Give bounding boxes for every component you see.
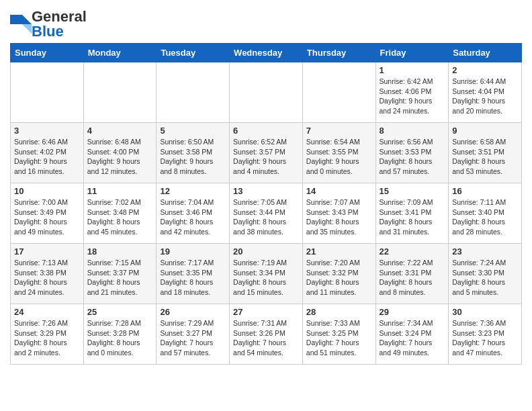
- calendar-cell: 19Sunrise: 7:17 AM Sunset: 3:35 PM Dayli…: [157, 244, 230, 304]
- day-number: 15: [380, 186, 445, 196]
- calendar-cell: 3Sunrise: 6:46 AM Sunset: 4:02 PM Daylig…: [11, 123, 84, 183]
- calendar-cell: 24Sunrise: 7:26 AM Sunset: 3:29 PM Dayli…: [11, 304, 84, 365]
- calendar-cell: 30Sunrise: 7:36 AM Sunset: 3:23 PM Dayli…: [449, 304, 522, 365]
- day-info: Sunrise: 7:04 AM Sunset: 3:46 PM Dayligh…: [160, 197, 226, 237]
- calendar-cell: 27Sunrise: 7:31 AM Sunset: 3:26 PM Dayli…: [230, 304, 303, 365]
- calendar-cell: [157, 62, 230, 123]
- header-thursday: Thursday: [302, 44, 375, 62]
- header-friday: Friday: [375, 44, 449, 62]
- day-info: Sunrise: 7:00 AM Sunset: 3:49 PM Dayligh…: [14, 197, 80, 237]
- calendar-cell: [302, 62, 375, 123]
- day-info: Sunrise: 6:50 AM Sunset: 3:58 PM Dayligh…: [160, 137, 226, 177]
- day-info: Sunrise: 7:31 AM Sunset: 3:26 PM Dayligh…: [233, 318, 299, 358]
- svg-rect-0: [10, 15, 22, 24]
- day-info: Sunrise: 6:48 AM Sunset: 4:00 PM Dayligh…: [87, 137, 153, 177]
- day-number: 21: [306, 246, 372, 257]
- day-number: 11: [87, 186, 153, 196]
- day-number: 7: [306, 126, 372, 136]
- day-number: 17: [14, 246, 80, 257]
- calendar-cell: 23Sunrise: 7:24 AM Sunset: 3:30 PM Dayli…: [449, 244, 522, 304]
- calendar-cell: 28Sunrise: 7:33 AM Sunset: 3:25 PM Dayli…: [302, 304, 375, 365]
- calendar-cell: 14Sunrise: 7:07 AM Sunset: 3:43 PM Dayli…: [302, 183, 375, 244]
- day-number: 16: [452, 186, 518, 196]
- day-info: Sunrise: 6:58 AM Sunset: 3:51 PM Dayligh…: [452, 137, 518, 177]
- day-info: Sunrise: 7:09 AM Sunset: 3:41 PM Dayligh…: [380, 197, 445, 237]
- day-number: 13: [233, 186, 299, 196]
- day-info: Sunrise: 7:29 AM Sunset: 3:27 PM Dayligh…: [160, 318, 226, 358]
- day-info: Sunrise: 7:19 AM Sunset: 3:34 PM Dayligh…: [233, 258, 299, 298]
- header-wednesday: Wednesday: [230, 44, 303, 62]
- day-number: 4: [87, 126, 153, 136]
- day-number: 1: [380, 65, 445, 75]
- calendar-cell: 29Sunrise: 7:34 AM Sunset: 3:24 PM Dayli…: [375, 304, 449, 365]
- header: General Blue: [10, 7, 522, 39]
- calendar-cell: 22Sunrise: 7:22 AM Sunset: 3:31 PM Dayli…: [375, 244, 449, 304]
- calendar-cell: 20Sunrise: 7:19 AM Sunset: 3:34 PM Dayli…: [230, 244, 303, 304]
- week-row-3: 10Sunrise: 7:00 AM Sunset: 3:49 PM Dayli…: [11, 183, 522, 244]
- day-number: 25: [87, 307, 153, 317]
- calendar-cell: 2Sunrise: 6:44 AM Sunset: 4:04 PM Daylig…: [449, 62, 522, 123]
- day-info: Sunrise: 7:13 AM Sunset: 3:38 PM Dayligh…: [14, 258, 80, 298]
- day-info: Sunrise: 6:52 AM Sunset: 3:57 PM Dayligh…: [233, 137, 299, 177]
- day-number: 27: [233, 307, 299, 317]
- calendar-table: SundayMondayTuesdayWednesdayThursdayFrid…: [10, 43, 522, 365]
- day-number: 28: [306, 307, 372, 317]
- svg-marker-1: [22, 15, 32, 24]
- logo-text: General Blue: [32, 9, 87, 39]
- calendar-header-row: SundayMondayTuesdayWednesdayThursdayFrid…: [11, 44, 522, 62]
- day-info: Sunrise: 7:15 AM Sunset: 3:37 PM Dayligh…: [87, 258, 153, 298]
- day-number: 14: [306, 186, 372, 196]
- day-number: 2: [452, 65, 518, 75]
- calendar-cell: 1Sunrise: 6:42 AM Sunset: 4:06 PM Daylig…: [375, 62, 449, 123]
- calendar-cell: [11, 62, 84, 123]
- day-info: Sunrise: 7:34 AM Sunset: 3:24 PM Dayligh…: [380, 318, 445, 358]
- day-number: 24: [14, 307, 80, 317]
- calendar-cell: 7Sunrise: 6:54 AM Sunset: 3:55 PM Daylig…: [302, 123, 375, 183]
- calendar-cell: 13Sunrise: 7:05 AM Sunset: 3:44 PM Dayli…: [230, 183, 303, 244]
- day-info: Sunrise: 7:26 AM Sunset: 3:29 PM Dayligh…: [14, 318, 80, 358]
- calendar-cell: 15Sunrise: 7:09 AM Sunset: 3:41 PM Dayli…: [375, 183, 449, 244]
- calendar-cell: 9Sunrise: 6:58 AM Sunset: 3:51 PM Daylig…: [449, 123, 522, 183]
- day-number: 12: [160, 186, 226, 196]
- day-number: 29: [380, 307, 445, 317]
- week-row-2: 3Sunrise: 6:46 AM Sunset: 4:02 PM Daylig…: [11, 123, 522, 183]
- calendar-cell: 8Sunrise: 6:56 AM Sunset: 3:53 PM Daylig…: [375, 123, 449, 183]
- week-row-1: 1Sunrise: 6:42 AM Sunset: 4:06 PM Daylig…: [11, 62, 522, 123]
- logo: General Blue: [10, 7, 87, 39]
- day-number: 22: [380, 246, 445, 257]
- day-number: 6: [233, 126, 299, 136]
- day-info: Sunrise: 6:46 AM Sunset: 4:02 PM Dayligh…: [14, 137, 80, 177]
- calendar-cell: 17Sunrise: 7:13 AM Sunset: 3:38 PM Dayli…: [11, 244, 84, 304]
- day-info: Sunrise: 6:42 AM Sunset: 4:06 PM Dayligh…: [380, 77, 445, 116]
- day-info: Sunrise: 6:54 AM Sunset: 3:55 PM Dayligh…: [306, 137, 372, 177]
- day-number: 20: [233, 246, 299, 257]
- day-info: Sunrise: 6:44 AM Sunset: 4:04 PM Dayligh…: [452, 77, 518, 116]
- day-number: 3: [14, 126, 80, 136]
- day-number: 18: [87, 246, 153, 257]
- header-monday: Monday: [83, 44, 157, 62]
- calendar-cell: 26Sunrise: 7:29 AM Sunset: 3:27 PM Dayli…: [157, 304, 230, 365]
- day-number: 26: [160, 307, 226, 317]
- calendar-cell: 6Sunrise: 6:52 AM Sunset: 3:57 PM Daylig…: [230, 123, 303, 183]
- logo-icon: [10, 15, 32, 34]
- day-info: Sunrise: 7:05 AM Sunset: 3:44 PM Dayligh…: [233, 197, 299, 237]
- day-number: 23: [452, 246, 518, 257]
- week-row-4: 17Sunrise: 7:13 AM Sunset: 3:38 PM Dayli…: [11, 244, 522, 304]
- day-info: Sunrise: 7:02 AM Sunset: 3:48 PM Dayligh…: [87, 197, 153, 237]
- day-number: 30: [452, 307, 518, 317]
- day-number: 5: [160, 126, 226, 136]
- day-number: 9: [452, 126, 518, 136]
- day-info: Sunrise: 7:36 AM Sunset: 3:23 PM Dayligh…: [452, 318, 518, 358]
- calendar-cell: 12Sunrise: 7:04 AM Sunset: 3:46 PM Dayli…: [157, 183, 230, 244]
- calendar-cell: 18Sunrise: 7:15 AM Sunset: 3:37 PM Dayli…: [83, 244, 157, 304]
- header-tuesday: Tuesday: [157, 44, 230, 62]
- day-info: Sunrise: 7:11 AM Sunset: 3:40 PM Dayligh…: [452, 197, 518, 237]
- header-sunday: Sunday: [11, 44, 84, 62]
- day-info: Sunrise: 6:56 AM Sunset: 3:53 PM Dayligh…: [380, 137, 445, 177]
- day-info: Sunrise: 7:07 AM Sunset: 3:43 PM Dayligh…: [306, 197, 372, 237]
- calendar-cell: 5Sunrise: 6:50 AM Sunset: 3:58 PM Daylig…: [157, 123, 230, 183]
- day-number: 19: [160, 246, 226, 257]
- svg-marker-2: [22, 24, 32, 34]
- day-info: Sunrise: 7:28 AM Sunset: 3:28 PM Dayligh…: [87, 318, 153, 358]
- day-info: Sunrise: 7:22 AM Sunset: 3:31 PM Dayligh…: [380, 258, 445, 298]
